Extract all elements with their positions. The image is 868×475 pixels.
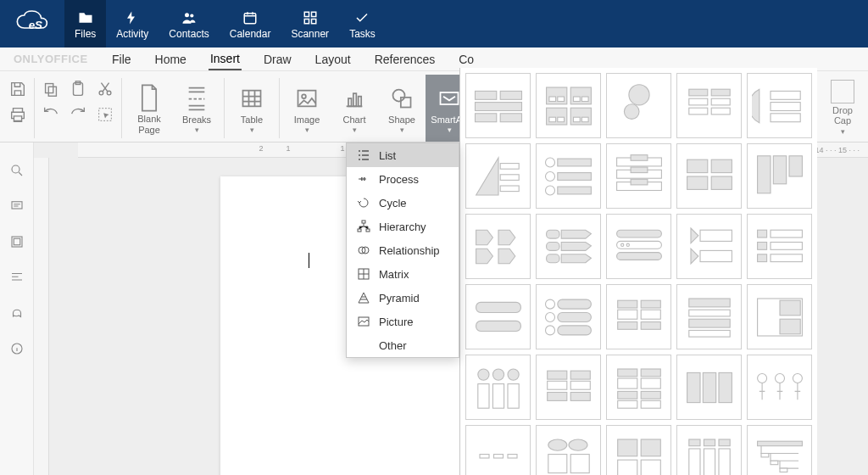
shape-button[interactable]: Shape ▾ [378, 75, 426, 142]
cut-icon[interactable] [96, 80, 114, 98]
gallery-thumb[interactable] [747, 143, 812, 209]
blank-page-button[interactable]: Blank Page [125, 75, 173, 142]
print-icon[interactable] [8, 105, 27, 124]
gallery-thumb[interactable] [536, 355, 601, 420]
label: Table [241, 115, 263, 125]
menu-label: Matrix [379, 268, 409, 281]
svg-rect-157 [641, 439, 660, 456]
gallery-thumb[interactable] [676, 214, 742, 279]
topnav-tasks[interactable]: Tasks [339, 0, 386, 48]
gallery-thumb[interactable] [747, 73, 812, 138]
gallery-thumb[interactable] [676, 143, 742, 209]
gallery-thumb[interactable] [606, 284, 671, 349]
menu-layout[interactable]: Layout [314, 49, 353, 70]
menu-draw[interactable]: Draw [262, 49, 293, 70]
select-icon[interactable] [96, 105, 114, 124]
menu-collab[interactable]: Co [457, 49, 476, 70]
chevron-down-icon: ▾ [305, 126, 309, 134]
gallery-thumb[interactable] [606, 425, 671, 475]
gallery-thumb[interactable] [606, 143, 671, 209]
gallery-thumb[interactable] [747, 284, 812, 349]
smartart-cat-process[interactable]: Process [347, 167, 459, 191]
svg-rect-60 [711, 108, 730, 115]
svg-rect-121 [780, 300, 800, 316]
smartart-cat-picture[interactable]: Picture [347, 310, 459, 333]
save-icon[interactable] [8, 80, 27, 98]
gallery-thumb[interactable] [747, 355, 812, 420]
gallery-thumb[interactable] [465, 143, 531, 209]
topnav-label: Scanner [291, 28, 329, 40]
svg-rect-119 [688, 330, 729, 337]
info-icon[interactable] [9, 341, 25, 356]
svg-rect-156 [617, 439, 637, 456]
search-icon[interactable] [9, 163, 25, 178]
gallery-thumb[interactable] [676, 355, 742, 420]
pyramid-icon [357, 291, 370, 305]
gallery-thumb[interactable] [606, 214, 671, 279]
svg-point-152 [548, 439, 566, 450]
gallery-thumb[interactable] [536, 284, 601, 349]
gallery-thumb[interactable] [465, 214, 531, 279]
headers-icon[interactable] [9, 234, 25, 249]
gallery-thumb[interactable] [536, 73, 601, 138]
gallery-thumb[interactable] [536, 214, 601, 279]
smartart-cat-matrix[interactable]: Matrix [347, 262, 459, 286]
align-icon[interactable] [9, 270, 25, 285]
smartart-cat-pyramid[interactable]: Pyramid [347, 286, 459, 310]
gallery-thumb[interactable] [747, 214, 812, 279]
smartart-cat-hierarchy[interactable]: Hierarchy [347, 215, 459, 238]
gallery-thumb[interactable] [465, 425, 531, 475]
gallery-thumb[interactable] [676, 284, 742, 349]
chevron-down-icon: ▾ [841, 127, 845, 136]
svg-rect-64 [500, 163, 519, 169]
menu-references[interactable]: References [373, 49, 437, 70]
menubar: File Home Insert Draw Layout References … [110, 48, 476, 71]
dropcap-button[interactable]: Drop Cap ▾ [822, 80, 863, 136]
svg-rect-72 [557, 187, 591, 194]
svg-rect-140 [641, 391, 660, 399]
topnav-contacts[interactable]: Contacts [159, 0, 219, 48]
breaks-button[interactable]: Breaks ▾ [173, 75, 220, 142]
gallery-thumb[interactable] [676, 73, 742, 138]
svg-rect-162 [719, 439, 730, 446]
gallery-thumb[interactable] [606, 355, 671, 420]
menu-file[interactable]: File [110, 49, 133, 70]
svg-rect-100 [757, 254, 766, 261]
redo-icon[interactable] [69, 105, 87, 124]
gallery-thumb[interactable] [676, 425, 742, 475]
feedback-icon[interactable] [9, 305, 25, 321]
smartart-cat-other[interactable]: Other [347, 333, 459, 357]
undo-icon[interactable] [42, 105, 60, 124]
gallery-thumb[interactable] [465, 284, 531, 349]
smartart-gallery[interactable] [459, 68, 817, 475]
svg-point-123 [477, 369, 488, 380]
gallery-thumb[interactable] [465, 355, 531, 420]
smartart-cat-relationship[interactable]: Relationship [347, 238, 459, 262]
topnav-calendar[interactable]: Calendar [220, 0, 281, 48]
gallery-thumb[interactable] [747, 425, 812, 475]
topnav-files[interactable]: Files [64, 0, 106, 48]
chart-button[interactable]: Chart ▾ [331, 75, 378, 142]
gallery-thumb[interactable] [536, 425, 601, 475]
table-button[interactable]: Table ▾ [228, 75, 275, 142]
comments-panel-icon[interactable] [9, 198, 25, 214]
gallery-thumb[interactable] [606, 73, 671, 138]
menu-label: List [379, 149, 396, 162]
smartart-cat-list[interactable]: List [347, 143, 459, 167]
menu-insert[interactable]: Insert [209, 48, 242, 70]
label: Shape [388, 115, 415, 125]
svg-rect-161 [704, 439, 715, 446]
ruler-tail: 14 · · · 15 · · · [815, 146, 860, 154]
topnav-scanner[interactable]: Scanner [281, 0, 339, 48]
menu-home[interactable]: Home [153, 49, 188, 70]
gallery-thumb[interactable] [465, 73, 531, 138]
paste-icon[interactable] [69, 80, 87, 98]
topnav-activity[interactable]: Activity [106, 0, 159, 48]
svg-rect-39 [475, 113, 496, 121]
copy-icon[interactable] [42, 80, 60, 98]
svg-rect-49 [548, 117, 555, 122]
breaks-icon [185, 84, 209, 113]
image-button[interactable]: Image ▾ [283, 75, 331, 142]
smartart-cat-cycle[interactable]: Cycle [347, 191, 459, 215]
gallery-thumb[interactable] [536, 143, 601, 209]
